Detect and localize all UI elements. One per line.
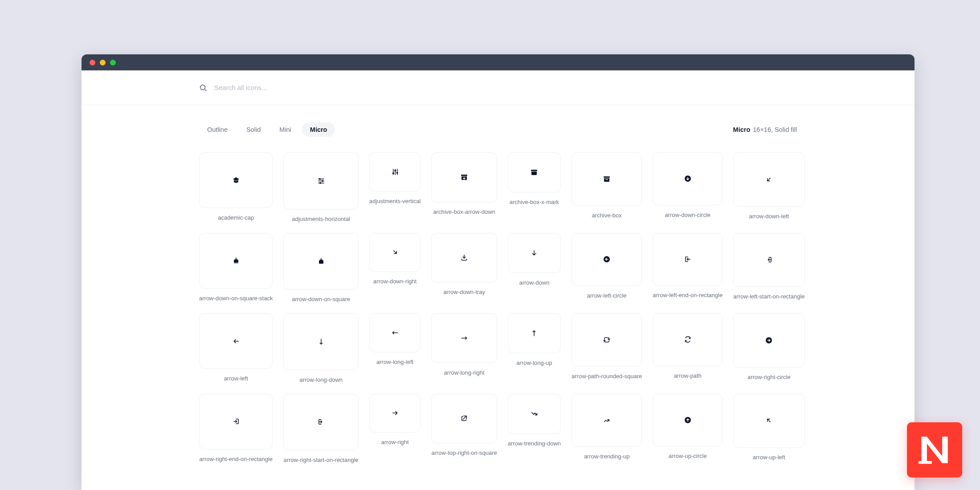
arrow-left-circle-icon[interactable] <box>572 233 642 286</box>
svg-rect-18 <box>234 260 238 263</box>
icon-card-arrow-long-left: arrow-long-left <box>369 313 421 383</box>
icon-label: arrow-top-right-on-square <box>431 449 497 456</box>
tab-mini[interactable]: Mini <box>271 122 299 137</box>
arrow-down-circle-icon[interactable] <box>653 152 723 205</box>
arrow-left-icon[interactable] <box>199 313 273 369</box>
adjustments-vertical-icon[interactable] <box>369 152 421 192</box>
arrow-top-right-on-square-icon[interactable] <box>431 394 497 444</box>
search-icon <box>199 84 207 92</box>
arrow-right-icon[interactable] <box>369 394 421 433</box>
icon-label: adjustments-horizontal <box>292 216 350 222</box>
icon-label: arrow-down-left <box>749 213 789 220</box>
icon-label: arrow-down-right <box>373 278 417 285</box>
style-meta-name: Micro <box>733 126 751 133</box>
arrow-up-circle-icon[interactable] <box>653 394 723 447</box>
arrow-long-up-icon[interactable] <box>508 313 561 353</box>
icon-label: archive-box-x-mark <box>510 199 559 205</box>
arrow-right-start-on-rectangle-icon[interactable] <box>283 394 358 451</box>
icon-label: arrow-trending-up <box>584 453 630 460</box>
minimize-window-button[interactable] <box>100 60 106 65</box>
arrow-long-right-icon[interactable] <box>431 313 497 363</box>
arrow-trending-down-icon[interactable] <box>508 394 561 434</box>
icon-label: arrow-path-rounded-square <box>572 373 642 380</box>
arrow-up-left-icon[interactable] <box>733 394 804 448</box>
svg-rect-16 <box>604 176 610 178</box>
style-tabs: OutlineSolidMiniMicro <box>199 122 335 137</box>
arrow-down-tray-icon[interactable] <box>431 233 497 283</box>
arrow-long-left-icon[interactable] <box>369 313 421 352</box>
brand-badge <box>907 422 962 478</box>
svg-point-0 <box>200 85 205 90</box>
icon-label: arrow-right-circle <box>747 374 791 380</box>
arrow-right-circle-icon[interactable] <box>733 313 804 368</box>
icon-card-arrow-right: arrow-right <box>369 394 421 464</box>
icon-label: arrow-down <box>519 279 549 286</box>
tab-micro[interactable]: Micro <box>302 122 335 137</box>
svg-point-3 <box>319 178 321 180</box>
archive-box-arrow-down-icon[interactable] <box>431 152 497 202</box>
icon-label: arrow-down-on-square-stack <box>199 295 273 302</box>
icon-label: arrow-left-circle <box>587 292 627 299</box>
icon-card-arrow-left: arrow-left <box>199 313 273 383</box>
icon-label: arrow-long-up <box>516 359 552 366</box>
browser-window: OutlineSolidMiniMicro Micro16×16, Solid … <box>82 54 915 490</box>
svg-point-7 <box>319 182 321 184</box>
svg-point-5 <box>322 180 323 182</box>
icon-label: arrow-down-circle <box>665 212 710 218</box>
archive-box-icon[interactable] <box>572 152 642 206</box>
icon-card-arrow-left-start-on-rectangle: arrow-left-start-on-rectangle <box>733 233 804 303</box>
icon-label: arrow-trending-down <box>508 440 561 447</box>
icon-label: arrow-up-left <box>753 454 785 461</box>
archive-box-x-mark-icon[interactable] <box>508 152 561 192</box>
arrow-long-down-icon[interactable] <box>283 313 358 370</box>
arrow-down-right-icon[interactable] <box>369 233 421 272</box>
icon-label: arrow-left-start-on-rectangle <box>733 293 804 300</box>
arrow-path-icon[interactable] <box>653 313 723 366</box>
svg-point-13 <box>396 172 398 174</box>
icon-card-arrow-path: arrow-path <box>653 313 723 383</box>
window-titlebar <box>82 54 915 70</box>
icon-label: arrow-down-tray <box>443 289 485 295</box>
arrow-path-rounded-square-icon[interactable] <box>572 313 642 367</box>
icon-card-arrow-down-left: arrow-down-left <box>733 152 804 222</box>
icon-card-arrow-trending-down: arrow-trending-down <box>508 394 561 464</box>
arrow-down-on-square-icon[interactable] <box>283 233 358 290</box>
tab-outline[interactable]: Outline <box>199 122 236 137</box>
academic-cap-icon[interactable] <box>199 152 273 208</box>
svg-rect-23 <box>919 461 932 464</box>
icon-card-arrow-long-down: arrow-long-down <box>283 313 358 383</box>
icon-card-arrow-right-circle: arrow-right-circle <box>733 313 804 383</box>
icon-card-academic-cap: academic-cap <box>199 152 273 222</box>
icon-card-arrow-down-tray: arrow-down-tray <box>431 233 497 303</box>
arrow-right-end-on-rectangle-icon[interactable] <box>199 394 273 449</box>
adjustments-horizontal-icon[interactable] <box>283 152 358 209</box>
icon-label: arrow-path <box>674 372 702 379</box>
icon-card-adjustments-horizontal: adjustments-horizontal <box>283 152 358 222</box>
icon-label: arrow-left-end-on-rectangle <box>653 292 723 298</box>
arrow-left-start-on-rectangle-icon[interactable] <box>733 233 804 287</box>
icon-label: arrow-long-right <box>444 369 485 376</box>
svg-rect-19 <box>319 260 323 264</box>
arrow-trending-up-icon[interactable] <box>572 394 642 447</box>
search-bar <box>82 70 915 105</box>
arrow-down-on-square-stack-icon[interactable] <box>199 233 273 289</box>
icon-card-arrow-up-circle: arrow-up-circle <box>653 394 723 464</box>
icon-label: arrow-long-down <box>299 376 343 383</box>
arrow-down-icon[interactable] <box>508 233 561 273</box>
maximize-window-button[interactable] <box>110 60 116 65</box>
arrow-left-end-on-rectangle-icon[interactable] <box>653 233 723 286</box>
icon-card-arrow-down-on-square: arrow-down-on-square <box>283 233 358 303</box>
arrow-down-left-icon[interactable] <box>733 152 804 207</box>
icon-card-arrow-long-up: arrow-long-up <box>508 313 561 383</box>
icon-card-arrow-down-right: arrow-down-right <box>369 233 421 303</box>
brand-logo-icon <box>917 433 952 467</box>
svg-rect-15 <box>531 170 537 171</box>
search-input[interactable] <box>214 84 437 91</box>
tab-solid[interactable]: Solid <box>238 122 269 137</box>
icon-card-arrow-path-rounded-square: arrow-path-rounded-square <box>572 313 642 383</box>
icon-card-arrow-right-end-on-rectangle: arrow-right-end-on-rectangle <box>199 394 273 464</box>
close-window-button[interactable] <box>90 60 95 65</box>
icon-card-arrow-down-circle: arrow-down-circle <box>653 152 723 222</box>
style-meta: Micro16×16, Solid fill <box>733 126 797 133</box>
icon-card-arrow-trending-up: arrow-trending-up <box>572 394 642 464</box>
